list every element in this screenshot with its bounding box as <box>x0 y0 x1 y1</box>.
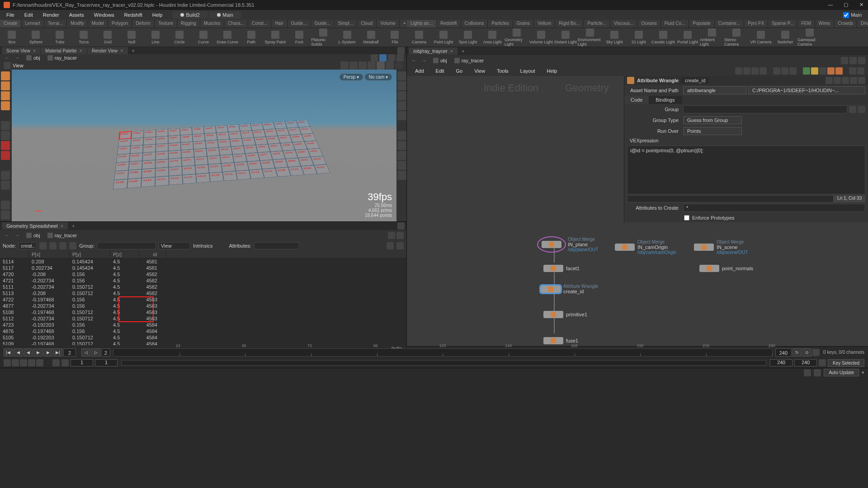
network-tab[interactable]: /obj/ray_traycer× <box>409 47 458 55</box>
shelf-tool[interactable]: Point Light <box>431 28 456 47</box>
desktop-tab[interactable]: Main <box>209 11 241 19</box>
detail-icon[interactable] <box>69 242 76 249</box>
add-tab-button[interactable]: + <box>128 47 138 54</box>
shelf-tab[interactable]: Collisions <box>461 20 488 28</box>
group-menu-icon[interactable] <box>858 106 865 113</box>
shelf-tool[interactable]: Ambient Light <box>700 28 724 47</box>
tl-icon[interactable] <box>4 359 11 366</box>
shelf-tab[interactable]: Vellum <box>534 20 555 28</box>
table-row[interactable]: 5111-0.2027340.1507124.54582 <box>0 284 406 290</box>
net-menu-layout[interactable]: Layout <box>516 67 540 75</box>
shelf-tab[interactable]: Polygon <box>108 20 132 28</box>
shelf-tool[interactable]: File <box>383 28 407 47</box>
enforce-checkbox[interactable] <box>684 215 689 221</box>
nav-fwd-icon[interactable]: → <box>420 58 429 63</box>
range-start-input[interactable]: 1 <box>71 359 93 366</box>
shelf-tab[interactable]: Modify <box>67 20 88 28</box>
shelf-tool[interactable]: Spot Light <box>456 28 480 47</box>
shelf-tab[interactable]: Grains <box>513 20 534 28</box>
current-frame-input[interactable]: 2 <box>63 348 76 357</box>
last-frame-button[interactable]: ▶| <box>53 348 62 357</box>
shelf-tool[interactable]: Draw Curve <box>215 28 239 47</box>
column-header[interactable]: P[y] <box>70 251 110 258</box>
view-mode-icon[interactable] <box>4 62 11 69</box>
shelf-tab[interactable]: FEM <box>797 20 815 28</box>
spreadsheet-tab[interactable]: Geometry Spreadsheet× <box>2 222 68 230</box>
main-toggle[interactable]: Main <box>843 12 862 18</box>
nav-fwd-icon[interactable]: → <box>13 55 22 61</box>
shelf-tool[interactable]: Distant Light <box>553 28 578 47</box>
net-menu-edit[interactable]: Edit <box>431 67 449 75</box>
persp-badge[interactable]: Persp ▾ <box>340 74 363 80</box>
grouptype-dropdown[interactable]: Guess from Group <box>683 116 742 124</box>
node-in-camorigin[interactable]: Object MergeIN_camOrigin/obj/cam/camOrig… <box>615 239 676 255</box>
net-icon[interactable] <box>803 67 810 75</box>
net-menu-tools[interactable]: Tools <box>492 67 513 75</box>
node-create-id[interactable]: Attribute Wranglecreate_id <box>541 284 598 294</box>
net-icon[interactable] <box>811 67 818 75</box>
timeline-track[interactable]: 24487296120144168192216240 <box>113 348 773 357</box>
table-row[interactable]: 51170.2027340.1454244.54581 <box>0 265 406 271</box>
attrs-create-input[interactable] <box>683 204 865 212</box>
shelf-tab[interactable]: Model <box>88 20 108 28</box>
pane-menu-icon[interactable] <box>397 47 405 54</box>
shelf-tool[interactable]: Gamepad Camera <box>797 28 822 47</box>
shelf-tab[interactable]: Hair <box>271 20 287 28</box>
prims-icon[interactable] <box>59 242 66 249</box>
net-menu-add[interactable]: Add <box>410 67 429 75</box>
vp-disp-icon[interactable] <box>397 81 406 90</box>
chat-icon[interactable] <box>804 369 811 376</box>
group-input[interactable] <box>683 105 847 113</box>
table-row[interactable]: 4721-0.2027340.1564.54582 <box>0 277 406 284</box>
vp-disp-icon[interactable] <box>397 91 406 100</box>
table-row[interactable]: 4723-0.1922030.1564.54584 <box>0 322 406 328</box>
shelf-tool[interactable]: Volume Light <box>529 28 553 47</box>
shelf-tool[interactable]: Spray Paint <box>263 28 287 47</box>
vp-tool-icon[interactable] <box>1 171 10 180</box>
shelf-tool[interactable]: Font <box>287 28 311 47</box>
vp-tool-icon[interactable] <box>1 151 10 160</box>
desktop-tab[interactable]: Build2 <box>172 11 208 19</box>
vp-tool-icon[interactable] <box>1 71 10 80</box>
nav-fwd-icon[interactable]: → <box>13 233 22 238</box>
net-icon[interactable] <box>735 67 742 75</box>
table-row[interactable]: 4722-0.1974680.1564.54583 <box>0 296 406 303</box>
shelf-tool[interactable]: Metaball <box>359 28 383 47</box>
net-icon[interactable] <box>835 67 843 75</box>
points-icon[interactable] <box>39 242 47 249</box>
shelf-tab[interactable]: Texture <box>155 20 177 28</box>
help-icon[interactable] <box>396 242 404 249</box>
table-row[interactable]: 5108-0.1974680.1507124.54583 <box>0 309 406 315</box>
shelf-tab[interactable]: Cloud <box>357 20 377 28</box>
table-row[interactable]: 51140.2080.1454244.54581 <box>0 258 406 265</box>
runover-dropdown[interactable]: Points <box>683 127 742 135</box>
shelf-tab[interactable]: Containe... <box>715 20 744 28</box>
tl-icon[interactable] <box>12 359 19 366</box>
net-icon[interactable] <box>781 67 788 75</box>
shelf-tool[interactable]: Torus <box>72 28 96 47</box>
tl-icon[interactable] <box>36 359 43 366</box>
net-menu-go[interactable]: Go <box>452 67 467 75</box>
shelf-tab[interactable]: Chara... <box>224 20 248 28</box>
menu-render[interactable]: Render <box>38 11 64 19</box>
shelf-tab[interactable]: Particle... <box>584 20 610 28</box>
shelf-tab[interactable]: Crowds <box>834 20 857 28</box>
node-name-field[interactable]: create_id <box>681 77 709 84</box>
range-start2-input[interactable]: 1 <box>95 359 118 366</box>
vp-disp-icon[interactable] <box>397 151 406 160</box>
shelf-tab[interactable]: Lennart <box>21 20 44 28</box>
key-selected-button[interactable]: Key Selected <box>828 359 864 367</box>
shelf-tab[interactable]: Populate <box>689 20 714 28</box>
param-h-icon[interactable] <box>834 77 841 84</box>
range-end-input[interactable]: 240 <box>770 359 793 366</box>
info-icon[interactable] <box>858 77 865 84</box>
refresh-icon[interactable] <box>842 77 849 84</box>
vp-disp-icon[interactable] <box>397 161 406 170</box>
net-help-icon[interactable] <box>857 67 864 75</box>
attrs-input[interactable] <box>254 242 299 249</box>
net-icon[interactable] <box>760 67 767 75</box>
shelf-tool[interactable]: L-System <box>335 28 359 47</box>
net-icon[interactable] <box>773 67 780 75</box>
shelf-tab[interactable]: Viscous... <box>610 20 637 28</box>
shelf-tab[interactable]: Fluid Co... <box>661 20 689 28</box>
